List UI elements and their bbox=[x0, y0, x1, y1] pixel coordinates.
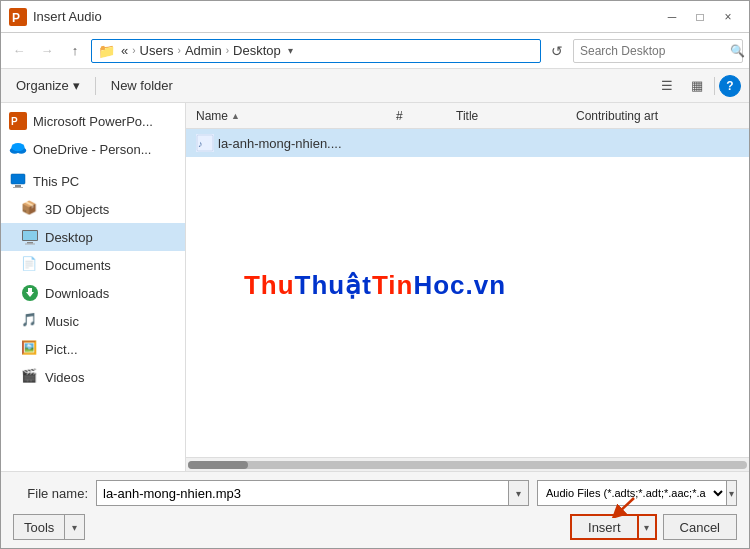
sidebar-item-desktop[interactable]: Desktop bbox=[1, 223, 185, 251]
filename-dropdown-button[interactable]: ▾ bbox=[508, 481, 528, 505]
help-button[interactable]: ? bbox=[719, 75, 741, 97]
filename-input[interactable] bbox=[97, 481, 508, 505]
insert-button[interactable]: Insert bbox=[570, 514, 637, 540]
col-name-label: Name bbox=[196, 109, 228, 123]
sidebar-item-label-pictures: Pict... bbox=[45, 342, 78, 357]
forward-button[interactable]: → bbox=[35, 39, 59, 63]
sidebar-item-music[interactable]: 🎵 Music bbox=[1, 307, 185, 335]
tools-button[interactable]: Tools bbox=[14, 515, 64, 539]
insert-dropdown-button[interactable]: ▾ bbox=[637, 514, 657, 540]
address-path[interactable]: 📁 « › Users › Admin › Desktop ▾ bbox=[91, 39, 541, 63]
3d-icon: 📦 bbox=[21, 200, 39, 218]
main-content: P Microsoft PowerPo... OneDrive - Person… bbox=[1, 103, 749, 471]
title-bar: P Insert Audio ─ □ × bbox=[1, 1, 749, 33]
toolbar: Organize ▾ New folder ☰ ▦ ? bbox=[1, 69, 749, 103]
file-area: Name ▲ # Title Contributing art bbox=[186, 103, 749, 471]
organize-button[interactable]: Organize ▾ bbox=[9, 74, 87, 98]
pictures-icon: 🖼️ bbox=[21, 340, 39, 358]
svg-rect-14 bbox=[25, 244, 35, 245]
documents-icon: 📄 bbox=[21, 256, 39, 274]
h-scrollbar-track[interactable] bbox=[188, 461, 747, 469]
col-header-contributing[interactable]: Contributing art bbox=[570, 103, 745, 128]
svg-text:♪: ♪ bbox=[198, 139, 203, 149]
close-button[interactable]: × bbox=[715, 6, 741, 28]
svg-point-6 bbox=[11, 143, 24, 151]
audio-file-icon: ♪ bbox=[196, 134, 214, 152]
filetype-dropdown-button[interactable]: ▾ bbox=[726, 481, 736, 505]
filetype-select[interactable]: Audio Files (*.adts;*.adt;*.aac;*.a All … bbox=[538, 481, 726, 505]
minimize-button[interactable]: ─ bbox=[659, 6, 685, 28]
sidebar-item-label-desktop: Desktop bbox=[45, 230, 93, 245]
sidebar-item-downloads[interactable]: Downloads bbox=[1, 279, 185, 307]
music-icon: 🎵 bbox=[21, 312, 39, 330]
sidebar-item-label-documents: Documents bbox=[45, 258, 111, 273]
tools-dropdown-button[interactable]: ▾ bbox=[64, 515, 84, 539]
sidebar-item-microsoft-powerpoint[interactable]: P Microsoft PowerPo... bbox=[1, 107, 185, 135]
downloads-icon bbox=[21, 284, 39, 302]
onedrive-icon bbox=[9, 140, 27, 158]
desktop-icon bbox=[21, 228, 39, 246]
toolbar-separator-2 bbox=[714, 77, 715, 95]
buttons-row: Tools ▾ Insert ▾ bbox=[13, 514, 737, 540]
new-folder-label: New folder bbox=[111, 78, 173, 93]
search-icon: 🔍 bbox=[730, 44, 745, 58]
sidebar-item-label-videos: Videos bbox=[45, 370, 85, 385]
sidebar-item-this-pc[interactable]: This PC bbox=[1, 167, 185, 195]
insert-button-wrapper: Insert ▾ bbox=[570, 514, 657, 540]
svg-rect-13 bbox=[27, 242, 33, 244]
maximize-button[interactable]: □ bbox=[687, 6, 713, 28]
folder-icon: 📁 bbox=[98, 43, 115, 59]
file-list[interactable]: ♪ la-anh-mong-nhien.... bbox=[186, 129, 749, 457]
up-button[interactable]: ↑ bbox=[63, 39, 87, 63]
new-folder-button[interactable]: New folder bbox=[104, 74, 180, 98]
column-headers: Name ▲ # Title Contributing art bbox=[186, 103, 749, 129]
organize-dropdown-icon: ▾ bbox=[73, 78, 80, 93]
sidebar-item-label-3d: 3D Objects bbox=[45, 202, 109, 217]
col-header-title[interactable]: Title bbox=[450, 103, 570, 128]
sidebar-item-documents[interactable]: 📄 Documents bbox=[1, 251, 185, 279]
toolbar-right: ☰ ▦ ? bbox=[654, 74, 741, 98]
svg-text:P: P bbox=[12, 11, 20, 25]
refresh-button[interactable]: ↺ bbox=[545, 39, 569, 63]
sidebar-item-label-music: Music bbox=[45, 314, 79, 329]
path-dropdown-button[interactable]: ▾ bbox=[281, 40, 301, 62]
sort-arrow-icon: ▲ bbox=[231, 111, 240, 121]
bottom-bar: File name: ▾ Audio Files (*.adts;*.adt;*… bbox=[1, 471, 749, 548]
svg-rect-12 bbox=[23, 231, 37, 240]
search-input[interactable] bbox=[580, 44, 730, 58]
col-hash-label: # bbox=[396, 109, 403, 123]
filename-label: File name: bbox=[13, 486, 88, 501]
col-contributing-label: Contributing art bbox=[576, 109, 658, 123]
sidebar: P Microsoft PowerPo... OneDrive - Person… bbox=[1, 103, 186, 471]
address-bar: ← → ↑ 📁 « › Users › Admin › Desktop ▾ ↺ … bbox=[1, 33, 749, 69]
horizontal-scrollbar[interactable] bbox=[186, 457, 749, 471]
path-desktop-label: Desktop bbox=[233, 43, 281, 58]
sidebar-item-pictures[interactable]: 🖼️ Pict... bbox=[1, 335, 185, 363]
path-users: « bbox=[121, 43, 128, 58]
search-box: 🔍 bbox=[573, 39, 743, 63]
svg-rect-10 bbox=[13, 187, 23, 188]
file-name-text: la-anh-mong-nhien.... bbox=[218, 136, 342, 151]
svg-rect-17 bbox=[28, 288, 32, 293]
h-scrollbar-thumb[interactable] bbox=[188, 461, 248, 469]
sidebar-item-videos[interactable]: 🎬 Videos bbox=[1, 363, 185, 391]
cancel-button[interactable]: Cancel bbox=[663, 514, 737, 540]
back-button[interactable]: ← bbox=[7, 39, 31, 63]
col-header-name[interactable]: Name ▲ bbox=[190, 103, 390, 128]
file-cell-name: ♪ la-anh-mong-nhien.... bbox=[190, 134, 390, 152]
powerpoint-icon: P bbox=[9, 8, 27, 26]
sidebar-item-label-this-pc: This PC bbox=[33, 174, 79, 189]
svg-rect-9 bbox=[15, 185, 21, 187]
table-row[interactable]: ♪ la-anh-mong-nhien.... bbox=[186, 129, 749, 157]
sidebar-item-onedrive[interactable]: OneDrive - Person... bbox=[1, 135, 185, 163]
insert-audio-dialog: P Insert Audio ─ □ × ← → ↑ 📁 « › Users ›… bbox=[0, 0, 750, 549]
sidebar-item-3d-objects[interactable]: 📦 3D Objects bbox=[1, 195, 185, 223]
view-grid-button[interactable]: ▦ bbox=[684, 74, 710, 98]
tools-button-wrapper: Tools ▾ bbox=[13, 514, 85, 540]
path-users-label: Users bbox=[140, 43, 174, 58]
view-list-button[interactable]: ☰ bbox=[654, 74, 680, 98]
pc-icon bbox=[9, 172, 27, 190]
sidebar-item-label-onedrive: OneDrive - Person... bbox=[33, 142, 152, 157]
col-header-hash[interactable]: # bbox=[390, 103, 450, 128]
organize-label: Organize bbox=[16, 78, 69, 93]
